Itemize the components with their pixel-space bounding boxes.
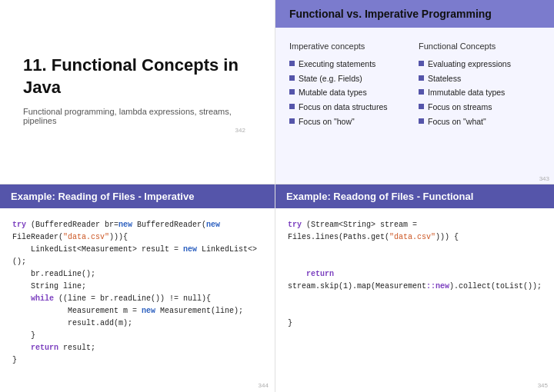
bullet-icon xyxy=(289,75,295,81)
bullet-icon xyxy=(419,75,424,81)
func-item-2: Stateless xyxy=(419,73,540,85)
slide-number-tl: 342 xyxy=(23,125,252,137)
func-item-1: Evaluating expressions xyxy=(419,58,540,70)
imp-item-label-2: State (e.g. Fields) xyxy=(299,73,362,85)
code-functional: try (Stream<String> stream = Files.lines… xyxy=(275,208,554,380)
imperative-title: Imperative concepts xyxy=(289,42,411,51)
bullet-icon xyxy=(289,118,295,124)
imp-item-3: Mutable data types xyxy=(289,87,411,98)
imp-item-4: Focus on data structures xyxy=(289,101,411,113)
imperative-column: Imperative concepts Executing statements… xyxy=(289,42,411,166)
slide-number-br: 345 xyxy=(275,380,554,392)
imp-item-2: State (e.g. Fields) xyxy=(289,73,411,85)
code-line-7: result.add(m); xyxy=(12,317,262,330)
slide-number-tr: 343 xyxy=(275,174,554,184)
code-fn-line-6 xyxy=(288,305,542,317)
top-right-panel: Functional vs. Imperative Programming Im… xyxy=(275,0,554,184)
code-line-6: Measurement m = new Measurement(line); xyxy=(12,305,262,317)
bottom-left-panel: Example: Reading of Files - Imperative t… xyxy=(0,184,275,392)
imp-item-label-1: Executing statements xyxy=(299,58,375,70)
bullet-icon xyxy=(289,104,295,109)
code-fn-line-4: return stream.skip(1).map(Measurement::n… xyxy=(288,268,542,293)
imp-item-5: Focus on "how" xyxy=(289,116,411,128)
func-item-3: Immutable data types xyxy=(419,87,540,98)
concepts-content: Imperative concepts Executing statements… xyxy=(275,28,554,174)
slide-title: 11. Functional Concepts in Java xyxy=(23,55,252,98)
bottom-right-panel: Example: Readong of Files - Functional t… xyxy=(275,184,554,392)
top-left-panel: 11. Functional Concepts in Java Function… xyxy=(0,0,275,184)
func-item-5: Focus on "what" xyxy=(419,116,540,128)
code-line-3: br.readLine(); xyxy=(12,268,262,281)
func-item-label-1: Evaluating expressions xyxy=(428,58,511,70)
imp-item-1: Executing statements xyxy=(289,58,411,70)
func-item-label-3: Immutable data types xyxy=(428,87,505,98)
func-item-label-2: Stateless xyxy=(428,73,461,85)
bullet-icon xyxy=(419,118,424,124)
func-item-label-5: Focus on "what" xyxy=(428,116,486,128)
imp-item-label-3: Mutable data types xyxy=(299,87,367,98)
code-imperative: try (BufferedReader br=new BufferedReade… xyxy=(0,208,275,380)
slide-subtitle: Functional programming, lambda expressio… xyxy=(23,107,252,125)
bullet-icon xyxy=(419,89,424,95)
code-line-1: try (BufferedReader br=new BufferedReade… xyxy=(12,219,262,244)
code-fn-line-5 xyxy=(288,293,542,305)
bullet-icon xyxy=(419,104,424,109)
code-line-9: return result; xyxy=(12,342,262,354)
slide-number-bl: 344 xyxy=(0,380,275,392)
code-line-10: } xyxy=(12,354,262,367)
panel-header-bl: Example: Reading of Files - Imperative xyxy=(0,184,275,208)
code-fn-line-7: } xyxy=(288,317,542,330)
functional-title: Functional Concepts xyxy=(419,42,540,51)
code-fn-line-2 xyxy=(288,244,542,256)
code-fn-line-3 xyxy=(288,256,542,268)
bullet-icon xyxy=(419,61,424,66)
func-item-label-4: Focus on streams xyxy=(428,101,492,113)
func-item-4: Focus on streams xyxy=(419,101,540,113)
panel-header-br: Example: Readong of Files - Functional xyxy=(275,184,554,208)
code-fn-line-1: try (Stream<String> stream = Files.lines… xyxy=(288,219,542,244)
functional-column: Functional Concepts Evaluating expressio… xyxy=(419,42,540,166)
bullet-icon xyxy=(289,61,295,66)
panel-header-tr: Functional vs. Imperative Programming xyxy=(275,0,554,28)
code-line-5: while ((line = br.readLine()) != null){ xyxy=(12,293,262,305)
code-line-8: } xyxy=(12,330,262,342)
bullet-icon xyxy=(289,89,295,95)
code-line-4: String line; xyxy=(12,281,262,293)
code-line-2: LinkedList<Measurement> result = new Lin… xyxy=(12,244,262,268)
imp-item-label-5: Focus on "how" xyxy=(299,116,355,128)
imp-item-label-4: Focus on data structures xyxy=(299,101,388,113)
